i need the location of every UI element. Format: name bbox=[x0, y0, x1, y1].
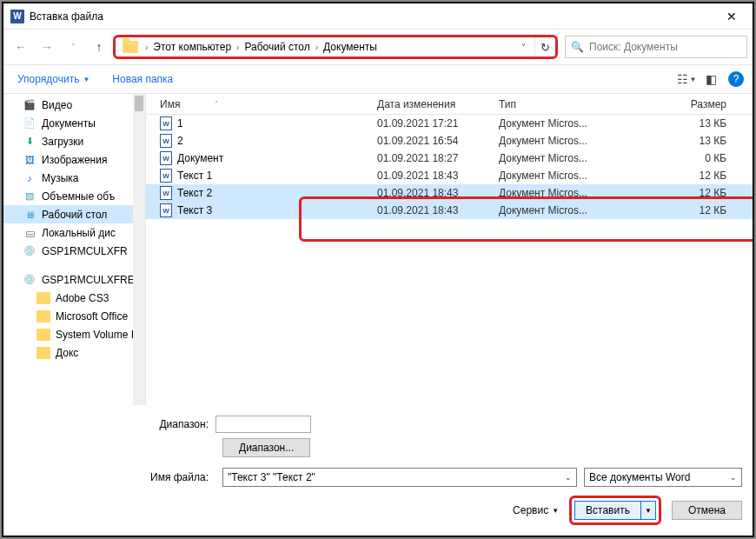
new-folder-button[interactable]: Новая папка bbox=[107, 70, 178, 89]
sidebar-item[interactable]: 🖴Локальный дис bbox=[3, 223, 145, 242]
word-doc-icon bbox=[160, 203, 172, 217]
filename-input[interactable]: "Текст 3" "Текст 2" ⌄ bbox=[222, 468, 577, 487]
sidebar-scrollbar[interactable] bbox=[133, 94, 145, 405]
insert-dropdown[interactable]: ▼ bbox=[641, 507, 655, 515]
sidebar-item[interactable]: 🖼Изображения bbox=[3, 150, 145, 169]
word-doc-icon bbox=[160, 116, 172, 130]
sidebar-item[interactable]: 💿GSP1RMCULXFRE bbox=[3, 270, 145, 289]
nav-row: ← → ˅ ↑ › Этот компьютер › Рабочий стол … bbox=[3, 30, 753, 64]
range-label: Диапазон: bbox=[14, 418, 216, 430]
file-row[interactable]: Текст 201.09.2021 18:43Документ Micros..… bbox=[146, 184, 753, 202]
file-row[interactable]: Документ01.09.2021 18:27Документ Micros.… bbox=[146, 150, 753, 167]
chevron-right-icon: › bbox=[142, 43, 151, 52]
sidebar-item[interactable]: Microsoft Office bbox=[3, 307, 145, 325]
highlight-insert-button: Вставить ▼ bbox=[569, 496, 661, 525]
column-headers: Имя˄ Дата изменения Тип Размер bbox=[146, 94, 753, 115]
close-button[interactable]: ✕ bbox=[712, 4, 751, 29]
sidebar-item[interactable]: Adobe CS3 bbox=[3, 289, 145, 307]
folder-icon bbox=[123, 41, 138, 53]
search-icon: 🔍 bbox=[571, 41, 584, 53]
col-date[interactable]: Дата изменения bbox=[377, 98, 499, 110]
titlebar: W Вставка файла ✕ bbox=[3, 3, 753, 30]
chevron-right-icon: › bbox=[312, 43, 322, 52]
sidebar-item[interactable]: 📄Документы bbox=[3, 114, 145, 132]
breadcrumb-documents[interactable]: Документы bbox=[322, 41, 379, 53]
file-list: 101.09.2021 17:21Документ Micros...13 КБ… bbox=[146, 115, 753, 219]
word-doc-icon bbox=[160, 169, 172, 183]
sidebar-item[interactable]: 🖥Рабочий стол bbox=[3, 205, 145, 223]
tools-menu[interactable]: Сервис▼ bbox=[513, 504, 559, 516]
sidebar-item[interactable]: ⬇Загрузки bbox=[3, 132, 145, 150]
sidebar-item[interactable]: System Volume I bbox=[3, 325, 145, 343]
col-size[interactable]: Размер bbox=[612, 98, 753, 110]
file-panel: Имя˄ Дата изменения Тип Размер 101.09.20… bbox=[146, 94, 753, 405]
word-doc-icon bbox=[160, 134, 172, 148]
recent-dropdown[interactable]: ˅ bbox=[61, 35, 85, 59]
help-button[interactable]: ? bbox=[728, 71, 744, 87]
file-row[interactable]: 201.09.2021 16:54Документ Micros...13 КБ bbox=[146, 132, 753, 150]
word-doc-icon bbox=[160, 151, 172, 165]
range-button[interactable]: Диапазон... bbox=[222, 438, 310, 457]
word-doc-icon bbox=[160, 186, 172, 200]
sidebar: 🎬Видео📄Документы⬇Загрузки🖼Изображения♪Му… bbox=[3, 94, 146, 405]
chevron-down-icon[interactable]: ⌄ bbox=[730, 473, 737, 482]
refresh-button[interactable]: ↻ bbox=[534, 37, 555, 57]
chevron-down-icon[interactable]: ⌄ bbox=[565, 473, 572, 482]
organize-menu[interactable]: Упорядочить▼ bbox=[12, 70, 95, 89]
insert-button[interactable]: Вставить ▼ bbox=[574, 501, 656, 520]
file-row[interactable]: Текст 101.09.2021 18:43Документ Micros..… bbox=[146, 167, 753, 184]
cancel-button[interactable]: Отмена bbox=[672, 501, 742, 520]
bottom-panel: Диапазон: Диапазон... Имя файла: "Текст … bbox=[3, 405, 753, 536]
forward-button[interactable]: → bbox=[35, 35, 59, 59]
breadcrumb-dropdown[interactable]: ˅ bbox=[513, 43, 534, 52]
file-row[interactable]: Текст 301.09.2021 18:43Документ Micros..… bbox=[146, 202, 753, 219]
up-button[interactable]: ↑ bbox=[87, 35, 111, 59]
breadcrumb-desktop[interactable]: Рабочий стол bbox=[242, 41, 311, 53]
range-input[interactable] bbox=[216, 416, 311, 433]
breadcrumb-pc[interactable]: Этот компьютер bbox=[151, 41, 233, 53]
search-placeholder: Поиск: Документы bbox=[589, 41, 678, 53]
word-icon: W bbox=[10, 10, 24, 23]
file-row[interactable]: 101.09.2021 17:21Документ Micros...13 КБ bbox=[146, 115, 753, 132]
search-input[interactable]: 🔍 Поиск: Документы bbox=[565, 36, 747, 58]
preview-toggle[interactable]: ◧ bbox=[699, 70, 723, 89]
sidebar-item[interactable]: Докс bbox=[3, 343, 145, 362]
sidebar-item[interactable]: ▧Объемные объ bbox=[3, 187, 145, 205]
toolbar: Упорядочить▼ Новая папка ☷ ▼ ◧ ? bbox=[3, 64, 753, 94]
filename-label: Имя файла: bbox=[14, 471, 216, 483]
breadcrumb-bar[interactable]: › Этот компьютер › Рабочий стол › Докуме… bbox=[113, 35, 558, 59]
file-dialog: W Вставка файла ✕ ← → ˅ ↑ › Этот компьют… bbox=[2, 2, 754, 537]
view-menu[interactable]: ☷ ▼ bbox=[674, 70, 699, 89]
chevron-right-icon: › bbox=[233, 43, 242, 52]
sidebar-item[interactable]: ♪Музыка bbox=[3, 169, 145, 187]
sidebar-item[interactable]: 💿GSP1RMCULXFR bbox=[3, 242, 145, 260]
window-title: Вставка файла bbox=[30, 10, 712, 23]
back-button[interactable]: ← bbox=[9, 35, 33, 59]
sidebar-item[interactable]: 🎬Видео bbox=[3, 96, 145, 114]
col-name[interactable]: Имя˄ bbox=[160, 98, 377, 110]
col-type[interactable]: Тип bbox=[499, 98, 612, 110]
filetype-select[interactable]: Все документы Word ⌄ bbox=[584, 468, 742, 487]
dialog-body: 🎬Видео📄Документы⬇Загрузки🖼Изображения♪Му… bbox=[3, 94, 753, 405]
